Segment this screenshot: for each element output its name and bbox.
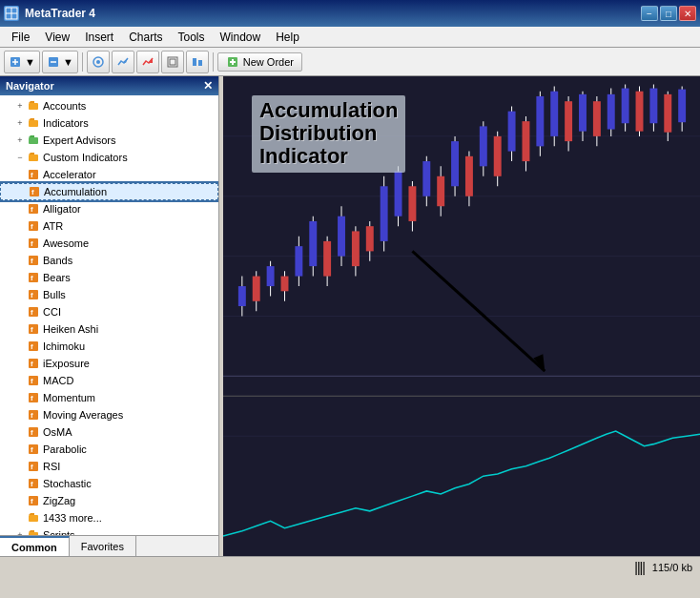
nav-item-moving-averages[interactable]: f Moving Averages xyxy=(0,406,218,423)
tab-favorites[interactable]: Favorites xyxy=(70,536,136,556)
nav-label-momentum: Momentum xyxy=(43,392,95,403)
indicator-icon-osma: f xyxy=(27,425,40,439)
toolbar-btn-5[interactable] xyxy=(136,51,159,73)
toolbar-btn-2[interactable]: ▼ xyxy=(42,51,78,73)
nav-item-more[interactable]: 1433 more... xyxy=(0,509,218,526)
menu-file[interactable]: File xyxy=(4,29,37,46)
menu-insert[interactable]: Insert xyxy=(77,29,121,46)
svg-rect-106 xyxy=(422,161,430,196)
nav-item-alligator[interactable]: f Alligator xyxy=(0,200,218,217)
svg-marker-20 xyxy=(29,101,34,103)
menu-view[interactable]: View xyxy=(37,29,77,46)
nav-item-accelerator[interactable]: f Accelerator xyxy=(0,166,218,183)
toolbar-btn-6[interactable] xyxy=(161,51,184,73)
menu-help[interactable]: Help xyxy=(268,29,307,46)
expand-icon-accounts: + xyxy=(15,101,25,111)
nav-item-heiken-ashi[interactable]: f Heiken Ashi xyxy=(0,320,218,338)
svg-rect-25 xyxy=(29,155,38,161)
navigator-header: Navigator ✕ xyxy=(0,76,218,95)
new-order-label: New Order xyxy=(243,56,294,68)
svg-text:f: f xyxy=(31,445,33,454)
folder-icon-ea xyxy=(27,134,40,147)
svg-text:f: f xyxy=(31,257,33,265)
nav-item-stochastic[interactable]: f Stochastic xyxy=(0,475,218,492)
nav-item-cci[interactable]: f CCI xyxy=(0,303,218,320)
nav-item-osma[interactable]: f OsMA xyxy=(0,423,218,441)
toolbar-btn-3[interactable] xyxy=(87,51,110,73)
svg-rect-112 xyxy=(465,156,473,196)
toolbar-btn-1[interactable]: ▼ xyxy=(4,51,40,73)
close-button[interactable]: ✕ xyxy=(679,6,696,21)
nav-item-parabolic[interactable]: f Parabolic xyxy=(0,441,218,458)
svg-rect-98 xyxy=(366,226,374,251)
svg-text:f: f xyxy=(31,291,33,299)
nav-label-rsi: RSI xyxy=(43,461,60,472)
svg-text:f: f xyxy=(31,360,33,368)
nav-label-bands: Bands xyxy=(43,255,72,266)
nav-label-bulls: Bulls xyxy=(43,289,66,300)
menu-charts[interactable]: Charts xyxy=(121,29,170,46)
annotation-line3: Indicator xyxy=(259,144,348,168)
toolbar-btn-4[interactable] xyxy=(112,51,134,73)
nav-item-iexposure[interactable]: f iExposure xyxy=(0,355,218,372)
minimize-button[interactable]: − xyxy=(641,6,658,21)
nav-item-bears[interactable]: f Bears xyxy=(0,269,218,286)
menu-tools[interactable]: Tools xyxy=(171,29,213,46)
nav-item-accounts[interactable]: + Accounts xyxy=(0,97,218,114)
folder-icon-scripts xyxy=(27,528,40,535)
svg-rect-134 xyxy=(622,89,629,124)
nav-item-bulls[interactable]: f Bulls xyxy=(0,286,218,303)
indicator-icon-bands: f xyxy=(27,254,40,267)
svg-rect-92 xyxy=(323,241,331,277)
nav-label-macd: MACD xyxy=(43,375,73,386)
nav-label-accelerator: Accelerator xyxy=(43,169,96,180)
svg-text:f: f xyxy=(31,205,33,214)
tab-common[interactable]: Common xyxy=(0,536,70,556)
nav-item-expert-advisors[interactable]: + Expert Advisors xyxy=(0,132,218,149)
expand-icon-custom: − xyxy=(15,153,25,162)
svg-rect-69 xyxy=(29,532,38,535)
folder-icon-accounts xyxy=(27,99,40,113)
svg-point-9 xyxy=(96,60,100,64)
new-order-button[interactable]: New Order xyxy=(217,52,302,72)
app-icon xyxy=(4,6,19,21)
menu-bar: File View Insert Charts Tools Window Hel… xyxy=(0,27,700,48)
svg-marker-22 xyxy=(29,118,34,120)
nav-scroll-area[interactable]: + Accounts + Indicators + xyxy=(0,95,218,535)
nav-item-scripts[interactable]: + Scripts xyxy=(0,526,218,535)
svg-rect-15 xyxy=(198,60,202,66)
nav-label-accounts: Accounts xyxy=(43,100,86,112)
tab-common-label: Common xyxy=(11,542,57,553)
nav-item-atr[interactable]: f ATR xyxy=(0,217,218,235)
nav-label-alligator: Alligator xyxy=(43,203,81,215)
menu-window[interactable]: Window xyxy=(213,29,269,46)
folder-icon-indicators xyxy=(27,116,40,130)
svg-text:f: f xyxy=(31,274,33,282)
nav-item-custom-indicators[interactable]: − Custom Indicators xyxy=(0,149,218,166)
maximize-button[interactable]: □ xyxy=(660,6,677,21)
expand-icon-scripts: + xyxy=(15,530,25,535)
toolbar-btn-7[interactable] xyxy=(186,51,209,73)
nav-label-scripts: Scripts xyxy=(43,529,75,535)
nav-item-macd[interactable]: f MACD xyxy=(0,372,218,389)
nav-item-momentum[interactable]: f Momentum xyxy=(0,389,218,406)
indicator-icon-accelerator: f xyxy=(27,168,40,181)
nav-item-accumulation[interactable]: f Accumulation xyxy=(0,183,218,200)
navigator-close-button[interactable]: ✕ xyxy=(203,79,213,93)
svg-marker-68 xyxy=(29,513,34,515)
nav-item-rsi[interactable]: f RSI xyxy=(0,458,218,475)
svg-rect-82 xyxy=(253,277,260,301)
indicator-icon-alligator: f xyxy=(27,202,40,216)
nav-item-awesome[interactable]: f Awesome xyxy=(0,235,218,252)
nav-item-zigzag[interactable]: f ZigZag xyxy=(0,492,218,509)
nav-label-osma: OsMA xyxy=(43,426,72,438)
svg-rect-88 xyxy=(295,246,302,276)
annotation-line1: Accumulation xyxy=(259,98,398,122)
title-bar-left: MetaTrader 4 xyxy=(4,6,95,21)
nav-item-ichimoku[interactable]: f Ichimoku xyxy=(0,338,218,355)
separator-1 xyxy=(82,52,83,72)
nav-item-bands[interactable]: f Bands xyxy=(0,252,218,269)
nav-item-indicators[interactable]: + Indicators xyxy=(0,114,218,132)
nav-label-more: 1433 more... xyxy=(43,512,102,524)
svg-rect-21 xyxy=(29,120,38,127)
